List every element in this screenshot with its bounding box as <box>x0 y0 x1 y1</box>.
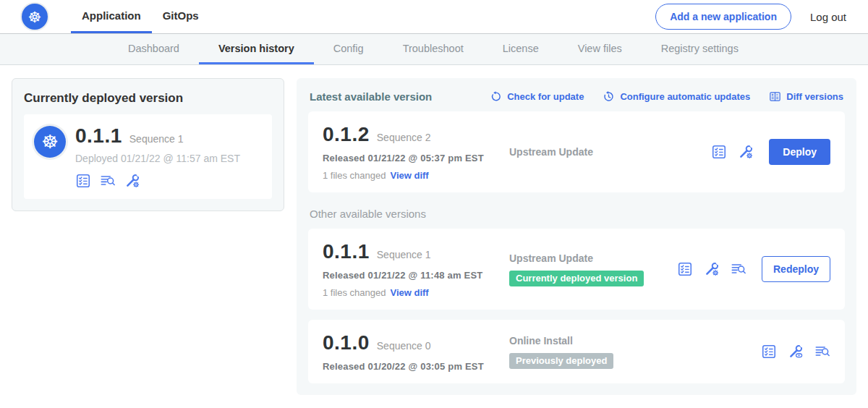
version-actions: Deploy <box>711 139 830 165</box>
tab-application-label: Application <box>82 9 141 22</box>
preflight-checklist-icon[interactable] <box>677 261 693 277</box>
files-changed-line: 1 files changedView diff <box>323 287 509 298</box>
kubernetes-wheel-icon: ☸ <box>41 132 58 151</box>
wrench-gear-icon[interactable] <box>124 173 140 189</box>
subnav-version-history[interactable]: Version history <box>199 34 314 64</box>
released-timestamp: Released 01/21/22 @ 11:48 am EST <box>323 270 509 281</box>
tab-gitops-label: GitOps <box>163 9 199 22</box>
version-source: Upstream Update Currently deployed versi… <box>509 252 677 286</box>
released-timestamp: Released 01/20/22 @ 03:05 pm EST <box>323 361 509 372</box>
top-nav: ☸ Application GitOps Add a new applicati… <box>0 0 868 34</box>
subnav-dashboard-label: Dashboard <box>128 43 179 54</box>
view-diff-link[interactable]: View diff <box>390 287 428 298</box>
diff-versions-label: Diff versions <box>786 91 843 102</box>
version-number: 0.1.1 <box>323 240 370 263</box>
subnav-version-history-label: Version history <box>218 43 294 54</box>
sequence-label: Sequence 0 <box>377 340 431 352</box>
version-actions <box>761 344 830 360</box>
subnav-config[interactable]: Config <box>314 34 383 64</box>
redeploy-button[interactable]: Redeploy <box>762 256 830 282</box>
preflight-checklist-icon[interactable] <box>761 344 777 360</box>
version-info: 0.1.2 Sequence 2 Released 01/21/22 @ 05:… <box>323 123 509 181</box>
source-label: Online Install <box>509 335 761 347</box>
version-source: Online Install Previously deployed <box>509 335 761 369</box>
latest-available-heading: Latest available version <box>310 90 432 103</box>
app-logo: ☸ <box>34 126 66 158</box>
deployed-timestamp: Deployed 01/21/22 @ 11:57 am EST <box>75 153 240 164</box>
subnav-license-label: License <box>503 43 539 54</box>
version-info: 0.1.0 Sequence 0 Released 01/20/22 @ 03:… <box>323 331 509 372</box>
version-row-0-1-0: 0.1.0 Sequence 0 Released 01/20/22 @ 03:… <box>308 320 845 383</box>
subnav-license[interactable]: License <box>483 34 558 64</box>
version-source: Upstream Update <box>509 146 711 158</box>
kubernetes-logo: ☸ <box>22 0 48 33</box>
tab-application[interactable]: Application <box>71 0 152 33</box>
currently-deployed-badge: Currently deployed version <box>509 271 644 286</box>
subnav-view-files[interactable]: View files <box>558 34 642 64</box>
diff-versions-link[interactable]: Diff versions <box>769 90 843 103</box>
deployed-version-info: 0.1.1 Sequence 1 Deployed 01/21/22 @ 11:… <box>75 124 240 189</box>
version-info: 0.1.1 Sequence 1 Released 01/21/22 @ 11:… <box>323 240 509 298</box>
deployed-version-number: 0.1.1 <box>75 124 122 148</box>
subnav-troubleshoot-label: Troubleshoot <box>403 43 464 54</box>
subnav-registry-settings-label: Registry settings <box>661 43 739 54</box>
configure-automatic-updates-label: Configure automatic updates <box>620 91 750 102</box>
currently-deployed-card: Currently deployed version ☸ 0.1.1 Seque… <box>12 78 284 211</box>
subnav-troubleshoot[interactable]: Troubleshoot <box>383 34 483 64</box>
wrench-gear-icon[interactable] <box>704 261 720 277</box>
top-nav-right: Add a new application Log out <box>655 0 846 33</box>
wrench-gear-icon[interactable] <box>738 144 754 160</box>
files-changed-line: 1 files changedView diff <box>323 170 509 181</box>
subnav-view-files-label: View files <box>578 43 622 54</box>
check-for-update-label: Check for update <box>507 91 584 102</box>
sequence-label: Sequence 1 <box>377 249 431 260</box>
refresh-icon <box>490 90 502 103</box>
log-out-link[interactable]: Log out <box>810 11 846 23</box>
diff-icon <box>769 90 781 103</box>
kubernetes-logo-circle: ☸ <box>22 4 48 30</box>
version-row-0-1-2: 0.1.2 Sequence 2 Released 01/21/22 @ 05:… <box>308 111 845 192</box>
panel-header: Latest available version Check for updat… <box>310 90 843 103</box>
clock-arrow-icon <box>603 90 615 103</box>
subnav-registry-settings[interactable]: Registry settings <box>642 34 758 64</box>
deploy-button[interactable]: Deploy <box>769 139 830 165</box>
tab-gitops[interactable]: GitOps <box>152 0 210 33</box>
logs-search-icon[interactable] <box>731 261 746 277</box>
version-row-0-1-1: 0.1.1 Sequence 1 Released 01/21/22 @ 11:… <box>308 229 845 310</box>
check-for-update-link[interactable]: Check for update <box>490 90 584 103</box>
logs-search-icon[interactable] <box>100 173 116 189</box>
other-versions-heading: Other available versions <box>310 208 843 220</box>
panel-header-actions: Check for update Configure automatic upd… <box>490 90 843 103</box>
version-history-panel: Latest available version Check for updat… <box>297 78 856 395</box>
version-number: 0.1.2 <box>323 123 370 146</box>
files-changed-label: 1 files changed <box>323 170 386 181</box>
subnav-config-label: Config <box>333 43 364 54</box>
logs-search-icon[interactable] <box>814 344 830 360</box>
sequence-label: Sequence 2 <box>377 132 431 143</box>
source-label: Upstream Update <box>509 252 677 264</box>
preflight-checklist-icon[interactable] <box>711 144 727 160</box>
previously-deployed-badge: Previously deployed <box>509 353 613 369</box>
files-changed-label: 1 files changed <box>323 287 386 298</box>
main-content: Currently deployed version ☸ 0.1.1 Seque… <box>0 65 868 408</box>
version-actions: Redeploy <box>677 256 830 282</box>
subnav-dashboard[interactable]: Dashboard <box>109 34 199 64</box>
deployed-sequence-label: Sequence 1 <box>129 133 184 145</box>
released-timestamp: Released 01/21/22 @ 05:37 pm EST <box>323 153 509 163</box>
currently-deployed-title: Currently deployed version <box>24 91 272 106</box>
currently-deployed-version-card: ☸ 0.1.1 Sequence 1 Deployed 01/21/22 @ 1… <box>24 114 272 199</box>
view-diff-link[interactable]: View diff <box>390 170 428 181</box>
kubernetes-wheel-icon: ☸ <box>28 9 42 25</box>
wrench-eye-icon[interactable] <box>788 344 804 360</box>
configure-automatic-updates-link[interactable]: Configure automatic updates <box>603 90 750 103</box>
preflight-checklist-icon[interactable] <box>75 173 91 189</box>
version-number: 0.1.0 <box>323 331 370 354</box>
app-sub-nav: Dashboard Version history Config Trouble… <box>0 34 868 65</box>
source-label: Upstream Update <box>509 146 711 158</box>
add-new-application-button[interactable]: Add a new application <box>655 4 791 30</box>
